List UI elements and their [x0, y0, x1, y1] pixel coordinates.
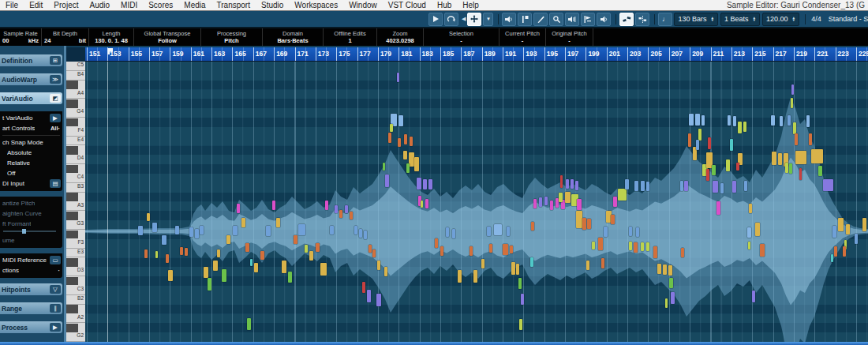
- piano-key-a2[interactable]: A2: [66, 314, 85, 324]
- variaudio-note-segment[interactable]: [755, 223, 760, 236]
- piano-key-b2[interactable]: B2: [66, 295, 85, 305]
- menu-item-project[interactable]: Project: [48, 1, 84, 9]
- piano-key-a-2[interactable]: [66, 305, 85, 314]
- variaudio-note-segment[interactable]: [325, 201, 328, 210]
- variaudio-note-segment[interactable]: [354, 226, 357, 234]
- autoscroll-options-dropdown[interactable]: ▼: [483, 13, 493, 26]
- variaudio-note-segment[interactable]: [791, 84, 794, 95]
- variaudio-note-segment[interactable]: [147, 213, 150, 221]
- horizontal-scrollbar[interactable]: [0, 342, 868, 345]
- variaudio-note-segment[interactable]: [843, 246, 846, 257]
- inspector-tab-definition[interactable]: Definition⊞: [0, 54, 62, 66]
- variaudio-note-segment[interactable]: [521, 294, 524, 305]
- variaudio-note-segment[interactable]: [747, 227, 751, 238]
- variaudio-note-segment[interactable]: [372, 249, 376, 257]
- variaudio-note-segment[interactable]: [634, 242, 638, 253]
- variaudio-note-segment[interactable]: [530, 257, 533, 267]
- tempo-field[interactable]: 120.00 ▲▼: [762, 13, 799, 26]
- variaudio-note-segment[interactable]: [684, 181, 688, 191]
- variaudio-note-segment[interactable]: [168, 270, 173, 281]
- slider-handle[interactable]: [22, 229, 26, 234]
- variaudio-note-segment[interactable]: [398, 115, 403, 126]
- variaudio-note-segment[interactable]: [726, 159, 730, 171]
- variaudio-note-segment[interactable]: [749, 204, 752, 213]
- variaudio-note-segment[interactable]: [778, 153, 782, 165]
- inspector-tab-variaudio[interactable]: VariAudio◩: [0, 92, 62, 104]
- variaudio-note-segment[interactable]: [350, 212, 353, 219]
- variaudio-note-segment[interactable]: [698, 129, 702, 141]
- variaudio-note-segment[interactable]: [204, 267, 208, 278]
- variaudio-note-segment[interactable]: [625, 179, 629, 189]
- variaudio-note-segment[interactable]: [862, 218, 866, 231]
- variaudio-note-segment[interactable]: [728, 115, 731, 126]
- variaudio-note-segment[interactable]: [250, 259, 253, 266]
- variaudio-note-segment[interactable]: [613, 197, 617, 207]
- variaudio-note-segment[interactable]: [702, 115, 705, 126]
- variaudio-note-segment[interactable]: [364, 231, 367, 239]
- variaudio-note-segment[interactable]: [559, 193, 563, 202]
- variaudio-note-segment[interactable]: [636, 227, 639, 237]
- piano-key-b4[interactable]: B4: [66, 71, 85, 81]
- variaudio-note-segment[interactable]: [587, 219, 591, 229]
- piano-key-g4[interactable]: G4: [66, 108, 85, 118]
- autoscroll-button[interactable]: [467, 13, 481, 26]
- inspector-row-midi-reference[interactable]: MIDI Reference▭: [0, 255, 62, 265]
- menu-item-studio[interactable]: Studio: [256, 1, 289, 9]
- variaudio-note-segment[interactable]: [831, 254, 833, 262]
- variaudio-note-segment[interactable]: [533, 199, 537, 208]
- variaudio-note-segment[interactable]: [646, 182, 649, 191]
- variaudio-note-segment[interactable]: [733, 116, 736, 126]
- info-cell-bit-depth[interactable]: Bit Depth24bit: [42, 28, 89, 46]
- variaudio-note-segment[interactable]: [452, 229, 455, 238]
- variaudio-note-segment[interactable]: [516, 264, 519, 275]
- play-icon[interactable]: ▶: [50, 114, 61, 122]
- variaudio-note-segment[interactable]: [629, 227, 632, 236]
- variaudio-note-segment[interactable]: [576, 211, 582, 228]
- variaudio-smart-controls-button[interactable]: [635, 13, 649, 26]
- menu-item-vst-cloud[interactable]: VST Cloud: [383, 1, 432, 9]
- variaudio-note-segment[interactable]: [799, 168, 802, 180]
- variaudio-note-segment[interactable]: [175, 226, 179, 234]
- variaudio-note-segment[interactable]: [565, 192, 571, 203]
- variaudio-note-segment[interactable]: [470, 246, 473, 256]
- variaudio-note-segment[interactable]: [575, 181, 578, 190]
- piano-key-a-3[interactable]: [66, 193, 85, 202]
- variaudio-note-segment[interactable]: [222, 269, 226, 282]
- menu-item-hub[interactable]: Hub: [432, 1, 457, 9]
- zoom-tool[interactable]: [549, 13, 563, 26]
- variaudio-note-segment[interactable]: [716, 201, 720, 215]
- piano-key-e4[interactable]: E4: [66, 137, 85, 146]
- piano-key-c5[interactable]: C5: [66, 62, 85, 71]
- variaudio-note-segment[interactable]: [604, 227, 608, 237]
- audition-volume-button[interactable]: [597, 13, 611, 26]
- algorithm-mode-value[interactable]: Standard - Solo: [829, 15, 868, 23]
- variaudio-note-segment[interactable]: [409, 152, 414, 167]
- variaudio-note-segment[interactable]: [503, 244, 508, 255]
- piano-key-g-4[interactable]: [66, 99, 85, 108]
- menu-item-edit[interactable]: Edit: [24, 1, 48, 9]
- variaudio-note-segment[interactable]: [720, 183, 724, 193]
- variaudio-note-segment[interactable]: [298, 224, 305, 235]
- variaudio-note-segment[interactable]: [272, 201, 275, 210]
- variaudio-note-segment[interactable]: [634, 181, 638, 191]
- variaudio-note-segment[interactable]: [665, 298, 668, 308]
- inspector-row-relative[interactable]: Relative: [0, 158, 62, 168]
- variaudio-note-segment[interactable]: [834, 246, 837, 257]
- info-cell-current-pitch[interactable]: Current Pitch-: [499, 28, 546, 46]
- piano-key-f-3[interactable]: [66, 230, 85, 239]
- variaudio-note-segment[interactable]: [425, 199, 428, 208]
- variaudio-note-segment[interactable]: [226, 235, 230, 244]
- variaudio-note-segment[interactable]: [383, 163, 385, 171]
- piano-key-f3[interactable]: F3: [66, 239, 85, 249]
- variaudio-note-segment[interactable]: [668, 265, 672, 276]
- grid-beats-field[interactable]: 1 Beats ▲▼: [720, 13, 760, 26]
- info-cell-processing[interactable]: ProcessingPitch: [201, 28, 263, 46]
- variaudio-note-segment[interactable]: [138, 226, 143, 235]
- variaudio-note-segment[interactable]: [195, 229, 199, 238]
- variaudio-note-segment[interactable]: [152, 223, 157, 232]
- variaudio-note-segment[interactable]: [793, 122, 796, 134]
- quantize-note-button[interactable]: ♩: [658, 13, 672, 26]
- variaudio-note-segment[interactable]: [359, 229, 362, 238]
- variaudio-note-segment[interactable]: [305, 245, 308, 253]
- inspector-row-ft-formant[interactable]: ft Formant: [0, 219, 62, 229]
